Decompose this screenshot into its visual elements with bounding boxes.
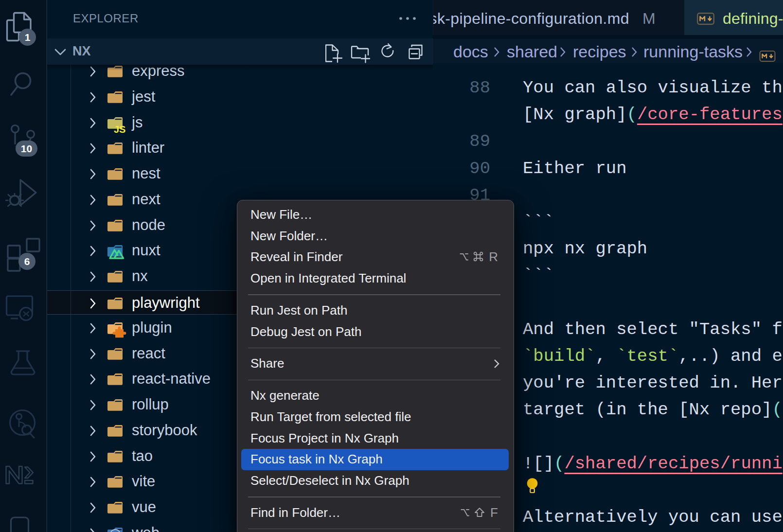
svg-text:JS: JS (114, 124, 125, 134)
